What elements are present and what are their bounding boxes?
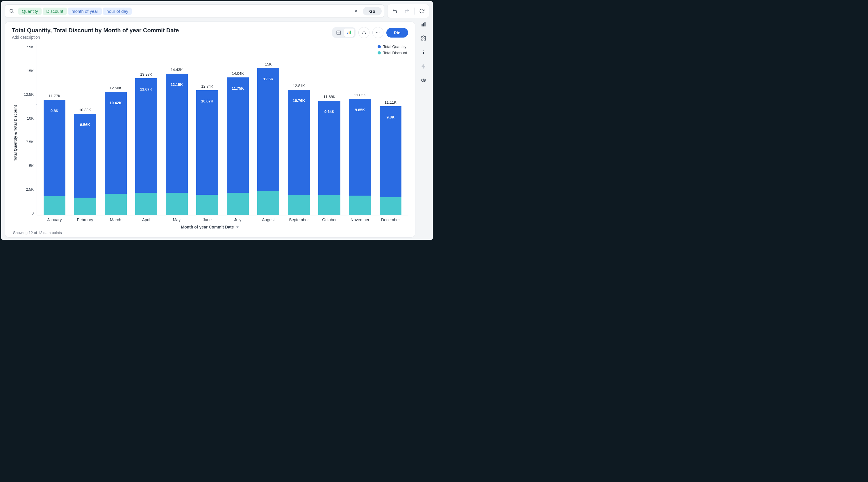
- spotiq-button[interactable]: [418, 60, 429, 72]
- y-tick-label: 12.5K: [24, 92, 34, 96]
- bar-segment-discount: [196, 195, 218, 215]
- svg-point-0: [10, 9, 13, 12]
- view-mode-toggle: [332, 27, 355, 38]
- chevron-down-icon: [236, 225, 239, 229]
- bar-value-label: 10.76K: [288, 98, 310, 103]
- bar-segment-discount: [288, 195, 310, 215]
- right-rail: [418, 19, 429, 86]
- bar-segment-discount: [227, 193, 249, 215]
- history-controls: [387, 4, 429, 18]
- table-view-button[interactable]: [334, 29, 344, 37]
- bar-group[interactable]: 11.11K9.3K: [375, 44, 406, 215]
- bar-total-label: 12.81K: [293, 84, 305, 88]
- x-tick-label: June: [192, 218, 222, 222]
- bar-segment-discount: [380, 197, 402, 215]
- search-pill[interactable]: hour of day: [103, 7, 132, 15]
- bar-segment-quantity: 12.15K: [166, 74, 188, 193]
- search-pill[interactable]: Quantity: [18, 7, 41, 15]
- bar-segment-discount: [135, 193, 157, 215]
- x-tick-label: July: [222, 218, 253, 222]
- bar-group[interactable]: 15K12.5K: [253, 44, 284, 215]
- bar-total-label: 11.68K: [323, 94, 336, 99]
- y-tick-label: 17.5K: [24, 45, 34, 49]
- y-tick-label: 15K: [27, 69, 34, 73]
- x-axis-title[interactable]: Month of year Commit Date: [12, 222, 408, 229]
- y-tick-label: 7.5K: [26, 140, 34, 144]
- chart-description-input[interactable]: Add description: [12, 35, 179, 39]
- bar-segment-quantity: 9.85K: [349, 99, 371, 196]
- bar-total-label: 12.58K: [110, 86, 122, 90]
- bar-group[interactable]: 11.68K9.64K: [314, 44, 345, 215]
- bar-group[interactable]: 14.04K11.75K: [222, 44, 253, 215]
- undo-button[interactable]: [390, 6, 400, 16]
- chart-view-button[interactable]: [344, 29, 354, 37]
- r-analysis-button[interactable]: [418, 75, 429, 86]
- bar-value-label: 12.15K: [166, 82, 188, 87]
- bar-group[interactable]: 13.97K11.67K: [131, 44, 161, 215]
- chart-actions: Pin: [332, 27, 408, 38]
- x-tick-label: January: [39, 218, 70, 222]
- chart-card: Total Quantity, Total Discount by Month …: [5, 22, 415, 237]
- share-button[interactable]: [359, 27, 369, 38]
- bar-group[interactable]: 14.43K12.15K: [161, 44, 192, 215]
- x-tick-label: May: [161, 218, 192, 222]
- search-pill[interactable]: month of year: [68, 7, 102, 15]
- svg-line-1: [12, 12, 13, 13]
- go-button[interactable]: Go: [363, 7, 382, 16]
- redo-button[interactable]: [402, 6, 412, 16]
- bar-value-label: 9.8K: [43, 109, 66, 113]
- svg-rect-18: [425, 22, 425, 27]
- svg-point-11: [376, 32, 377, 33]
- svg-rect-17: [423, 23, 424, 27]
- svg-rect-9: [350, 31, 351, 34]
- settings-button[interactable]: [418, 33, 429, 44]
- search-pill[interactable]: Discount: [43, 7, 67, 15]
- top-bar: Quantity Discount month of year hour of …: [1, 1, 433, 20]
- bar-value-label: 9.3K: [380, 115, 402, 119]
- divider: [414, 7, 414, 15]
- bar-total-label: 13.97K: [140, 72, 152, 77]
- bar-segment-discount: [43, 196, 66, 215]
- x-tick-label: November: [345, 218, 375, 222]
- search-icon: [7, 8, 16, 14]
- table-icon: [336, 30, 341, 35]
- bar-value-label: 10.42K: [105, 101, 127, 105]
- bar-segment-quantity: 11.67K: [135, 78, 157, 193]
- bar-total-label: 14.04K: [232, 71, 244, 76]
- y-tick-label: 5K: [29, 164, 34, 168]
- more-options-button[interactable]: [372, 27, 383, 38]
- bar-value-label: 9.64K: [318, 109, 340, 114]
- info-button[interactable]: [418, 47, 429, 58]
- reset-button[interactable]: [417, 6, 427, 16]
- y-tick-label: 0: [32, 211, 34, 216]
- bar-segment-discount: [257, 191, 279, 215]
- bar-segment-quantity: 12.5K: [257, 68, 279, 191]
- clear-search-button[interactable]: [351, 6, 361, 16]
- search-box[interactable]: Quantity Discount month of year hour of …: [5, 4, 384, 18]
- svg-rect-4: [337, 31, 341, 34]
- x-tick-label: September: [284, 218, 314, 222]
- chart-plot-area[interactable]: 11.77K9.8K10.33K8.56K12.58K10.42K13.97K1…: [37, 44, 408, 216]
- svg-marker-15: [236, 226, 239, 228]
- bar-segment-quantity: 10.42K: [105, 92, 127, 194]
- y-axis: 17.5K15K12.5K10K7.5K5K2.5K0: [19, 44, 37, 222]
- bar-group[interactable]: 11.77K9.8K: [39, 44, 70, 215]
- bar-group[interactable]: 10.33K8.56K: [70, 44, 100, 215]
- bar-value-label: 10.67K: [196, 99, 218, 103]
- x-tick-label: February: [70, 218, 100, 222]
- bar-segment-discount: [166, 193, 188, 215]
- pin-button[interactable]: Pin: [386, 28, 408, 37]
- bar-group[interactable]: 12.58K10.42K: [100, 44, 131, 215]
- bar-group[interactable]: 12.74K10.67K: [192, 44, 222, 215]
- svg-rect-7: [347, 33, 348, 34]
- bar-total-label: 11.85K: [354, 93, 366, 97]
- chart-title: Total Quantity, Total Discount by Month …: [12, 27, 179, 34]
- bar-segment-quantity: 9.3K: [380, 106, 402, 197]
- bar-group[interactable]: 11.85K9.85K: [345, 44, 375, 215]
- chart-config-button[interactable]: [418, 19, 429, 30]
- x-tick-label: August: [253, 218, 284, 222]
- bar-total-label: 11.11K: [384, 100, 397, 105]
- data-points-note: Showing 12 of 12 data points: [12, 229, 408, 235]
- bar-group[interactable]: 12.81K10.76K: [284, 44, 314, 215]
- bar-segment-discount: [349, 196, 371, 215]
